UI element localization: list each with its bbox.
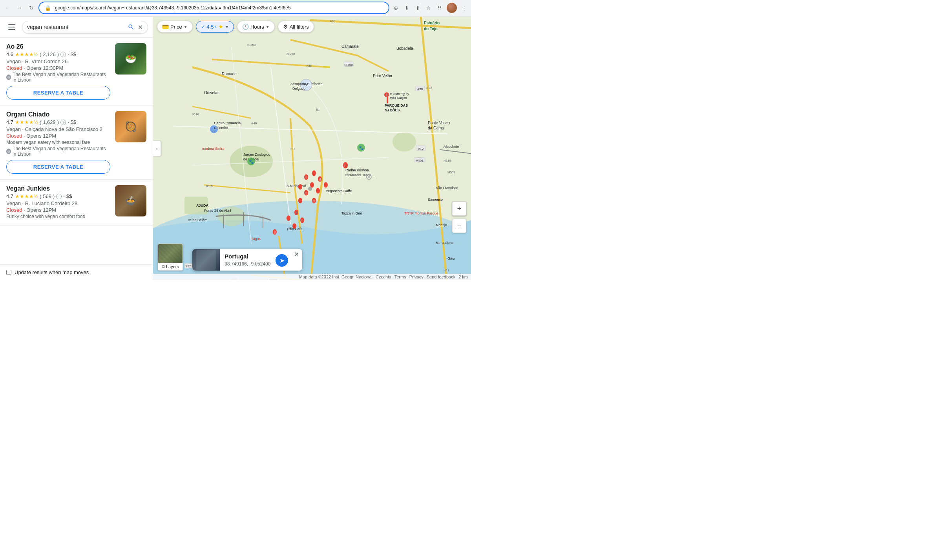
hamburger-button[interactable] — [5, 20, 19, 34]
star-icon: ★ — [218, 24, 223, 30]
result-name[interactable]: Ao 26 — [6, 43, 110, 50]
svg-text:🍴: 🍴 — [305, 176, 308, 179]
result-image-1[interactable]: 🥗 — [115, 43, 146, 75]
svg-text:🍴: 🍴 — [312, 199, 316, 203]
forward-button[interactable]: → — [15, 3, 24, 13]
zoom-in-button[interactable]: + — [452, 202, 466, 216]
map-footer: Map data ©2022 Inst. Geogr. Nacional Cze… — [153, 274, 471, 280]
price-filter-label: Price — [170, 24, 182, 30]
svg-text:Tazza in Giro: Tazza in Giro — [341, 211, 362, 215]
search-input[interactable] — [27, 24, 124, 30]
layers-label-text: Layers — [166, 264, 179, 269]
rating-paren-close: ) — [53, 193, 55, 199]
search-icon[interactable] — [128, 24, 135, 31]
svg-point-7 — [392, 132, 416, 152]
footer-link-privacy[interactable]: Privacy — [409, 275, 424, 279]
back-button[interactable]: ← — [3, 3, 13, 13]
nav-bar: ← → ↻ 🔒 ⊕ ⬇ ⬆ ☆ ⠿ ⋮ — [0, 0, 471, 16]
layers-button[interactable]: ⧉ Layers — [158, 244, 183, 271]
svg-text:N 250: N 250 — [287, 52, 295, 56]
svg-text:NAÇÕES: NAÇÕES — [385, 108, 400, 112]
tab-grid-icon[interactable]: ⠿ — [436, 4, 444, 12]
map-area[interactable]: ✈ 🛒 M629 Loures N 250 Ramada Camarate Es… — [153, 17, 471, 280]
location-icon[interactable]: ⊕ — [392, 4, 400, 12]
rating-filter-button[interactable]: ✓ 4.5+ ★ ▼ — [196, 21, 234, 33]
update-results-checkbox[interactable] — [6, 270, 11, 275]
result-info-1: Ao 26 4.6 ★★★★½ ( 2,126 ) i · $$ Vegan · — [6, 43, 110, 100]
attribution-icon: G — [6, 75, 11, 80]
price-filter-button[interactable]: 💳 Price ▼ — [157, 21, 193, 33]
list-item: Organi Chiado 4.7 ★★★★½ ( 1,629 ) i · $$… — [0, 105, 153, 180]
main-content: ✕ Ao 26 4.6 ★★★★½ ( 2,126 ) i · $$ — [0, 17, 471, 280]
svg-rect-1 — [8, 27, 15, 27]
svg-text:Veganeats Caffe: Veganeats Caffe — [326, 189, 352, 193]
price-tag: · — [63, 193, 65, 199]
price-tag: · — [68, 119, 69, 125]
svg-text:PARQUE DAS: PARQUE DAS — [385, 104, 408, 107]
result-image-3[interactable]: 🍲 — [115, 185, 146, 216]
svg-text:Aeroporto Humberto: Aeroporto Humberto — [290, 82, 323, 86]
results-list: Ao 26 4.6 ★★★★½ ( 2,126 ) i · $$ Vegan · — [0, 38, 153, 264]
reload-button[interactable]: ↻ — [27, 3, 36, 13]
left-panel: ✕ Ao 26 4.6 ★★★★½ ( 2,126 ) i · $$ — [0, 17, 153, 280]
bookmark-icon[interactable]: ☆ — [425, 4, 433, 12]
svg-text:🍴: 🍴 — [343, 164, 347, 167]
review-count: 569 — [43, 193, 51, 199]
svg-text:IC16: IC16 — [192, 113, 199, 116]
footer-link-czechia[interactable]: Czechia — [376, 275, 391, 279]
svg-point-85 — [310, 182, 314, 188]
coord-close-button[interactable]: ✕ — [294, 251, 299, 258]
svg-text:do Tejo: do Tejo — [424, 27, 438, 31]
svg-text:A Minha Avó: A Minha Avó — [287, 184, 306, 188]
info-icon[interactable]: i — [60, 120, 66, 125]
chevron-down-icon: ▼ — [184, 25, 188, 29]
reserve-table-button-2[interactable]: RESERVE A TABLE — [6, 160, 110, 174]
svg-text:IP7: IP7 — [290, 147, 296, 151]
footer-link-terms[interactable]: Terms — [394, 275, 406, 279]
result-image-2[interactable]: 🥘 — [115, 111, 146, 142]
hours-filter-button[interactable]: 🕐 Hours ▼ — [237, 21, 275, 33]
all-filters-button[interactable]: ⚙ All filters — [278, 21, 314, 33]
profile-avatar[interactable] — [447, 3, 457, 13]
svg-point-109 — [368, 176, 370, 178]
svg-text:🍴: 🍴 — [385, 93, 389, 96]
svg-text:Mercadona: Mercadona — [436, 241, 453, 245]
svg-text:re de Belém: re de Belém — [188, 218, 208, 222]
zoom-out-button[interactable]: − — [452, 219, 466, 233]
result-type: Vegan · Calçada Nova de São Francisco 2 — [6, 126, 110, 132]
svg-text:🍴: 🍴 — [301, 219, 304, 222]
reserve-table-button-1[interactable]: RESERVE A TABLE — [6, 86, 110, 100]
attribution-text: The Best Vegan and Vegetarian Restaurant… — [13, 146, 110, 157]
result-name[interactable]: Organi Chiado — [6, 111, 110, 118]
map-toggle-button[interactable]: ‹ — [153, 141, 161, 156]
rating-paren-close: ) — [57, 119, 59, 125]
svg-point-86 — [316, 188, 320, 194]
layers-label-row: ⧉ Layers — [158, 263, 183, 270]
svg-text:Ponte Vasco: Ponte Vasco — [428, 121, 450, 125]
svg-text:Odivelas: Odivelas — [204, 91, 219, 95]
menu-icon[interactable]: ⋮ — [460, 4, 468, 12]
map-attribution: Map data ©2022 Inst. Geogr. Nacional — [299, 275, 372, 279]
result-name[interactable]: Vegan Junkies — [6, 185, 110, 192]
opens-time: · Opens 12PM — [24, 207, 56, 213]
svg-text:🍴: 🍴 — [318, 178, 322, 181]
star-icons: ★★★★½ — [15, 193, 38, 199]
address-bar[interactable]: 🔒 — [38, 2, 389, 14]
svg-text:A12: A12 — [426, 86, 432, 90]
address-input[interactable] — [55, 5, 384, 11]
closed-label: Closed — [6, 65, 22, 71]
info-icon[interactable]: i — [56, 194, 62, 199]
info-icon[interactable]: i — [60, 52, 66, 57]
clear-search-icon[interactable]: ✕ — [138, 24, 143, 31]
svg-text:Ramada: Ramada — [222, 72, 237, 76]
rating-value: 4.7 — [6, 119, 13, 125]
coord-image-inner — [196, 250, 216, 270]
footer-link-feedback[interactable]: Send feedback — [427, 275, 455, 279]
download-icon[interactable]: ⬇ — [403, 4, 411, 12]
coord-directions-button[interactable]: ➤ — [276, 254, 288, 267]
opens-time: · Opens 12PM — [24, 133, 56, 139]
share-icon[interactable]: ⬆ — [414, 4, 422, 12]
food-image-placeholder: 🍲 — [115, 185, 146, 216]
search-box[interactable]: ✕ — [22, 21, 148, 34]
price-icon: 💳 — [162, 24, 169, 30]
